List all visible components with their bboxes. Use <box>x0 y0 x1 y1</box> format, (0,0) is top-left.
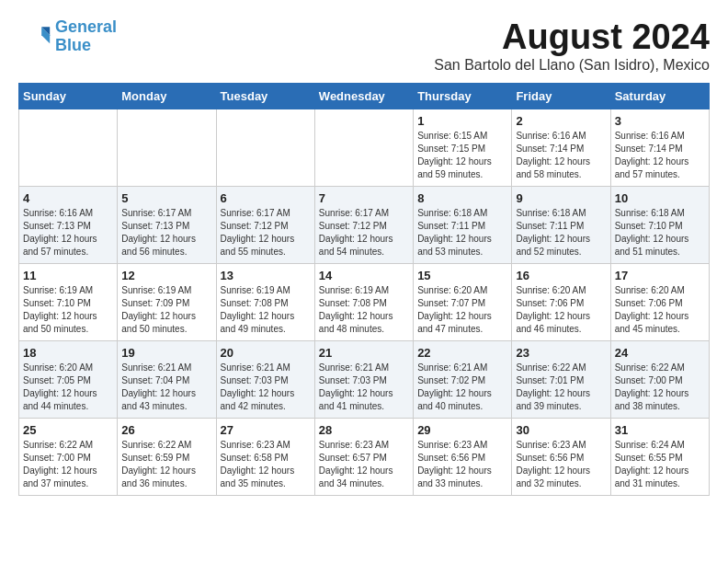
day-number: 5 <box>121 191 211 205</box>
calendar-cell: 19Sunrise: 6:21 AM Sunset: 7:04 PM Dayli… <box>118 340 216 418</box>
cell-content: Sunrise: 6:20 AM Sunset: 7:07 PM Dayligh… <box>417 284 507 336</box>
calendar-cell: 1Sunrise: 6:15 AM Sunset: 7:15 PM Daylig… <box>414 109 512 186</box>
cell-content: Sunrise: 6:19 AM Sunset: 7:08 PM Dayligh… <box>221 284 311 336</box>
day-number: 6 <box>221 191 311 205</box>
day-number: 2 <box>516 114 606 128</box>
calendar-cell: 29Sunrise: 6:23 AM Sunset: 6:56 PM Dayli… <box>414 418 512 495</box>
logo-text: General Blue <box>55 18 117 55</box>
cell-content: Sunrise: 6:22 AM Sunset: 6:59 PM Dayligh… <box>121 439 211 490</box>
cell-content: Sunrise: 6:24 AM Sunset: 6:55 PM Dayligh… <box>615 439 705 490</box>
calendar-cell: 10Sunrise: 6:18 AM Sunset: 7:10 PM Dayli… <box>610 186 709 263</box>
cell-content: Sunrise: 6:17 AM Sunset: 7:13 PM Dayligh… <box>121 207 211 259</box>
cell-content: Sunrise: 6:20 AM Sunset: 7:05 PM Dayligh… <box>23 362 113 413</box>
cell-content: Sunrise: 6:20 AM Sunset: 7:06 PM Dayligh… <box>516 284 606 336</box>
header-cell-thursday: Thursday <box>414 83 512 109</box>
header-cell-monday: Monday <box>118 83 216 109</box>
day-number: 24 <box>615 346 705 360</box>
cell-content: Sunrise: 6:23 AM Sunset: 6:57 PM Dayligh… <box>319 439 409 490</box>
header-cell-wednesday: Wednesday <box>314 83 413 109</box>
calendar-cell: 13Sunrise: 6:19 AM Sunset: 7:08 PM Dayli… <box>216 263 314 340</box>
calendar-cell: 2Sunrise: 6:16 AM Sunset: 7:14 PM Daylig… <box>512 109 610 186</box>
day-number: 17 <box>615 269 705 282</box>
cell-content: Sunrise: 6:16 AM Sunset: 7:14 PM Dayligh… <box>516 130 606 181</box>
calendar-cell <box>216 109 314 186</box>
calendar-cell: 8Sunrise: 6:18 AM Sunset: 7:11 PM Daylig… <box>414 186 512 263</box>
header-cell-friday: Friday <box>512 83 610 109</box>
calendar-cell: 9Sunrise: 6:18 AM Sunset: 7:11 PM Daylig… <box>512 186 610 263</box>
cell-content: Sunrise: 6:15 AM Sunset: 7:15 PM Dayligh… <box>417 130 507 181</box>
day-number: 19 <box>121 346 211 360</box>
calendar-table: SundayMondayTuesdayWednesdayThursdayFrid… <box>18 83 710 496</box>
calendar-cell: 11Sunrise: 6:19 AM Sunset: 7:10 PM Dayli… <box>19 263 118 340</box>
calendar-cell: 16Sunrise: 6:20 AM Sunset: 7:06 PM Dayli… <box>512 263 610 340</box>
calendar-cell <box>118 109 216 186</box>
day-number: 3 <box>615 114 705 128</box>
calendar-cell: 4Sunrise: 6:16 AM Sunset: 7:13 PM Daylig… <box>19 186 118 263</box>
calendar-cell: 12Sunrise: 6:19 AM Sunset: 7:09 PM Dayli… <box>118 263 216 340</box>
logo-line2: Blue <box>55 36 91 54</box>
calendar-cell: 20Sunrise: 6:21 AM Sunset: 7:03 PM Dayli… <box>216 340 314 418</box>
cell-content: Sunrise: 6:18 AM Sunset: 7:11 PM Dayligh… <box>417 207 507 259</box>
day-number: 10 <box>615 191 705 205</box>
header-row: SundayMondayTuesdayWednesdayThursdayFrid… <box>19 83 710 109</box>
cell-content: Sunrise: 6:22 AM Sunset: 7:00 PM Dayligh… <box>23 439 113 490</box>
day-number: 4 <box>23 191 113 205</box>
week-row-5: 25Sunrise: 6:22 AM Sunset: 7:00 PM Dayli… <box>19 418 710 495</box>
day-number: 30 <box>516 423 606 437</box>
calendar-cell: 3Sunrise: 6:16 AM Sunset: 7:14 PM Daylig… <box>610 109 709 186</box>
calendar-cell: 28Sunrise: 6:23 AM Sunset: 6:57 PM Dayli… <box>314 418 413 495</box>
cell-content: Sunrise: 6:22 AM Sunset: 7:01 PM Dayligh… <box>516 362 606 413</box>
cell-content: Sunrise: 6:22 AM Sunset: 7:00 PM Dayligh… <box>615 362 705 413</box>
day-number: 15 <box>417 269 507 282</box>
header-cell-saturday: Saturday <box>610 83 709 109</box>
calendar-cell <box>19 109 118 186</box>
day-number: 14 <box>319 269 409 282</box>
calendar-cell: 24Sunrise: 6:22 AM Sunset: 7:00 PM Dayli… <box>610 340 709 418</box>
cell-content: Sunrise: 6:21 AM Sunset: 7:04 PM Dayligh… <box>121 362 211 413</box>
calendar-cell: 15Sunrise: 6:20 AM Sunset: 7:07 PM Dayli… <box>414 263 512 340</box>
week-row-2: 4Sunrise: 6:16 AM Sunset: 7:13 PM Daylig… <box>19 186 710 263</box>
cell-content: Sunrise: 6:21 AM Sunset: 7:02 PM Dayligh… <box>417 362 507 413</box>
calendar-header: SundayMondayTuesdayWednesdayThursdayFrid… <box>19 83 710 109</box>
cell-content: Sunrise: 6:16 AM Sunset: 7:13 PM Dayligh… <box>23 207 113 259</box>
day-number: 13 <box>221 269 311 282</box>
cell-content: Sunrise: 6:23 AM Sunset: 6:56 PM Dayligh… <box>516 439 606 490</box>
calendar-cell: 17Sunrise: 6:20 AM Sunset: 7:06 PM Dayli… <box>610 263 709 340</box>
day-number: 9 <box>516 191 606 205</box>
title-area: August 2024 San Bartolo del Llano (San I… <box>434 18 710 74</box>
calendar-cell: 31Sunrise: 6:24 AM Sunset: 6:55 PM Dayli… <box>610 418 709 495</box>
cell-content: Sunrise: 6:23 AM Sunset: 6:56 PM Dayligh… <box>417 439 507 490</box>
cell-content: Sunrise: 6:16 AM Sunset: 7:14 PM Dayligh… <box>615 130 705 181</box>
calendar-title: August 2024 <box>434 18 710 57</box>
calendar-cell: 14Sunrise: 6:19 AM Sunset: 7:08 PM Dayli… <box>314 263 413 340</box>
calendar-cell: 25Sunrise: 6:22 AM Sunset: 7:00 PM Dayli… <box>19 418 118 495</box>
week-row-1: 1Sunrise: 6:15 AM Sunset: 7:15 PM Daylig… <box>19 109 710 186</box>
cell-content: Sunrise: 6:21 AM Sunset: 7:03 PM Dayligh… <box>221 362 311 413</box>
calendar-cell: 22Sunrise: 6:21 AM Sunset: 7:02 PM Dayli… <box>414 340 512 418</box>
day-number: 26 <box>121 423 211 437</box>
day-number: 11 <box>23 269 113 282</box>
logo: General Blue <box>18 18 117 55</box>
day-number: 29 <box>417 423 507 437</box>
logo-icon <box>18 20 51 53</box>
logo-line1: General <box>55 17 117 36</box>
day-number: 8 <box>417 191 507 205</box>
calendar-cell: 30Sunrise: 6:23 AM Sunset: 6:56 PM Dayli… <box>512 418 610 495</box>
cell-content: Sunrise: 6:19 AM Sunset: 7:08 PM Dayligh… <box>319 284 409 336</box>
day-number: 20 <box>221 346 311 360</box>
calendar-cell: 18Sunrise: 6:20 AM Sunset: 7:05 PM Dayli… <box>19 340 118 418</box>
cell-content: Sunrise: 6:17 AM Sunset: 7:12 PM Dayligh… <box>221 207 311 259</box>
day-number: 1 <box>417 114 507 128</box>
calendar-cell <box>314 109 413 186</box>
day-number: 28 <box>319 423 409 437</box>
cell-content: Sunrise: 6:19 AM Sunset: 7:10 PM Dayligh… <box>23 284 113 336</box>
day-number: 18 <box>23 346 113 360</box>
calendar-cell: 26Sunrise: 6:22 AM Sunset: 6:59 PM Dayli… <box>118 418 216 495</box>
calendar-cell: 6Sunrise: 6:17 AM Sunset: 7:12 PM Daylig… <box>216 186 314 263</box>
cell-content: Sunrise: 6:20 AM Sunset: 7:06 PM Dayligh… <box>615 284 705 336</box>
header: General Blue August 2024 San Bartolo del… <box>18 18 710 74</box>
cell-content: Sunrise: 6:19 AM Sunset: 7:09 PM Dayligh… <box>121 284 211 336</box>
cell-content: Sunrise: 6:17 AM Sunset: 7:12 PM Dayligh… <box>319 207 409 259</box>
cell-content: Sunrise: 6:18 AM Sunset: 7:11 PM Dayligh… <box>516 207 606 259</box>
calendar-cell: 27Sunrise: 6:23 AM Sunset: 6:58 PM Dayli… <box>216 418 314 495</box>
